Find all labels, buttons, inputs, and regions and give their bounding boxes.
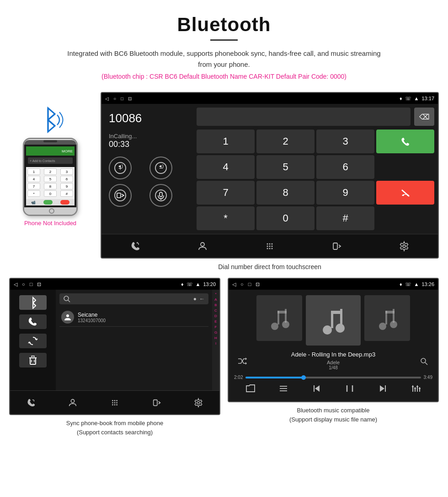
nav-transfer-icon[interactable]	[328, 237, 346, 255]
svg-point-23	[271, 245, 272, 247]
nav-dialpad-icon[interactable]	[261, 237, 279, 255]
pb-alpha-f[interactable]: F	[215, 324, 217, 330]
pb-ss-icon[interactable]: ⊡	[37, 281, 41, 287]
recents-icon[interactable]: □	[121, 96, 123, 101]
pb-search-input[interactable]	[73, 296, 191, 303]
phone-key-7[interactable]: 7	[27, 183, 40, 189]
music-search-icon[interactable]	[420, 357, 429, 367]
pb-alpha-g[interactable]: G	[214, 330, 217, 335]
add-contacts-label: + Add to Contacts	[30, 159, 55, 162]
pb-home-icon[interactable]: ○	[22, 281, 25, 287]
pb-delete-btn[interactable]	[19, 353, 47, 367]
volume-up-button[interactable]: + ◄)	[109, 157, 132, 179]
music-ss-icon[interactable]: ⊡	[256, 281, 260, 287]
phone-key-0[interactable]: 0	[44, 190, 57, 197]
music-wifi-icon: ▲	[414, 281, 419, 287]
dial-input-row: ⌫	[197, 108, 434, 126]
music-search-icon	[420, 357, 428, 365]
pb-nav-phone[interactable]	[22, 394, 40, 412]
transfer-button[interactable]	[109, 184, 132, 207]
key-9[interactable]: 9	[316, 181, 374, 205]
music-prev-button[interactable]	[312, 384, 322, 396]
pb-contact-item[interactable]: Seicane 13241007000	[59, 308, 208, 327]
pb-nav-settings[interactable]	[189, 394, 208, 412]
end-call-button[interactable]	[376, 181, 434, 205]
key-2[interactable]: 2	[256, 130, 315, 153]
nav-contacts-icon[interactable]	[193, 237, 212, 255]
pb-recents-icon[interactable]: □	[30, 281, 33, 287]
pb-alpha-i[interactable]: I	[215, 341, 216, 346]
pb-bottom-nav	[10, 390, 219, 414]
pb-contact-avatar	[61, 311, 74, 324]
microphone-button[interactable]	[149, 184, 172, 207]
pb-alpha-e[interactable]: E	[214, 319, 217, 324]
music-status-bar: ◁ ○ □ ⊡ ♦ ☏ ▲ 13:26	[229, 279, 438, 290]
music-play-button[interactable]	[345, 384, 355, 396]
pb-alpha-c[interactable]: C	[214, 308, 217, 313]
phone-key-hash[interactable]: #	[60, 190, 73, 197]
pb-refresh-btn[interactable]	[19, 334, 47, 348]
key-star[interactable]: *	[197, 206, 255, 230]
music-shuffle-icon[interactable]	[238, 357, 247, 367]
pb-alpha-a[interactable]: A	[214, 297, 217, 303]
pb-alpha-d[interactable]: D	[214, 313, 217, 319]
pb-bluetooth-btn[interactable]	[19, 295, 47, 310]
phone-key-4[interactable]: 4	[27, 176, 40, 182]
key-6[interactable]: 6	[316, 155, 374, 179]
music-back-icon[interactable]: ◁	[232, 281, 236, 287]
nav-phone-transfer-icon	[331, 241, 342, 252]
pb-search-icon	[63, 295, 70, 303]
key-hash[interactable]: #	[316, 206, 374, 230]
back-icon[interactable]: ◁	[105, 96, 109, 101]
call-button[interactable]	[376, 130, 434, 153]
key-7[interactable]: 7	[197, 181, 255, 205]
backspace-button[interactable]: ⌫	[414, 108, 434, 126]
transfer-icon	[114, 189, 127, 202]
phone-key-2[interactable]: 2	[44, 168, 57, 175]
music-progress-bar[interactable]	[245, 377, 421, 378]
pb-main: ● ← Seicane 13241007000	[56, 290, 212, 390]
phone-key-9[interactable]: 9	[60, 183, 73, 189]
phone-call-button[interactable]	[43, 200, 53, 205]
dial-input-field[interactable]	[197, 108, 411, 126]
key-5[interactable]: 5	[256, 155, 315, 179]
phone-key-1[interactable]: 1	[27, 168, 40, 175]
phone-key-3[interactable]: 3	[60, 168, 73, 175]
key-4[interactable]: 4	[197, 155, 255, 179]
screenshot-icon[interactable]: ⊡	[128, 96, 132, 101]
pb-alpha-h[interactable]: H	[214, 335, 217, 341]
volume-down-button[interactable]: − ◄)	[149, 157, 172, 179]
pb-alpha-star[interactable]: *	[215, 292, 216, 297]
pb-back-icon[interactable]: ◁	[14, 281, 17, 287]
pb-back-arrow[interactable]: ←	[199, 296, 205, 302]
svg-point-19	[269, 243, 270, 244]
key-8[interactable]: 8	[256, 181, 315, 205]
music-folder-button[interactable]	[245, 384, 256, 396]
music-home-icon[interactable]: ○	[240, 281, 244, 287]
phone-home-button[interactable]	[24, 207, 78, 215]
pb-refresh-icon	[27, 335, 38, 346]
music-next-button[interactable]	[378, 384, 388, 396]
nav-phone-icon[interactable]	[126, 237, 144, 255]
music-recents-icon[interactable]: □	[248, 281, 251, 287]
phone-end-button[interactable]	[60, 200, 69, 205]
phone-key-5[interactable]: 5	[44, 176, 57, 182]
phone-key-6[interactable]: 6	[60, 176, 73, 182]
nav-settings-icon[interactable]	[395, 237, 413, 255]
music-list-button[interactable]	[278, 384, 288, 396]
pb-call-stat-icon: ☏	[187, 281, 193, 287]
music-eq-button[interactable]	[411, 384, 421, 396]
pb-nav-transfer[interactable]	[148, 394, 166, 412]
page-description: Integrated with BC6 Bluetooth module, su…	[64, 48, 384, 70]
pb-nav-dialpad[interactable]	[106, 394, 124, 412]
phone-key-8[interactable]: 8	[44, 183, 57, 189]
key-1[interactable]: 1	[197, 130, 255, 153]
phone-key-star[interactable]: *	[27, 190, 40, 197]
pb-alpha-b[interactable]: B	[214, 303, 217, 308]
key-0[interactable]: 0	[256, 206, 315, 230]
volume-up-icon: + ◄)	[114, 162, 127, 174]
home-icon[interactable]: ○	[113, 96, 116, 101]
key-3[interactable]: 3	[316, 130, 374, 153]
pb-phone-btn[interactable]	[19, 314, 47, 329]
pb-nav-contacts[interactable]	[64, 394, 82, 412]
